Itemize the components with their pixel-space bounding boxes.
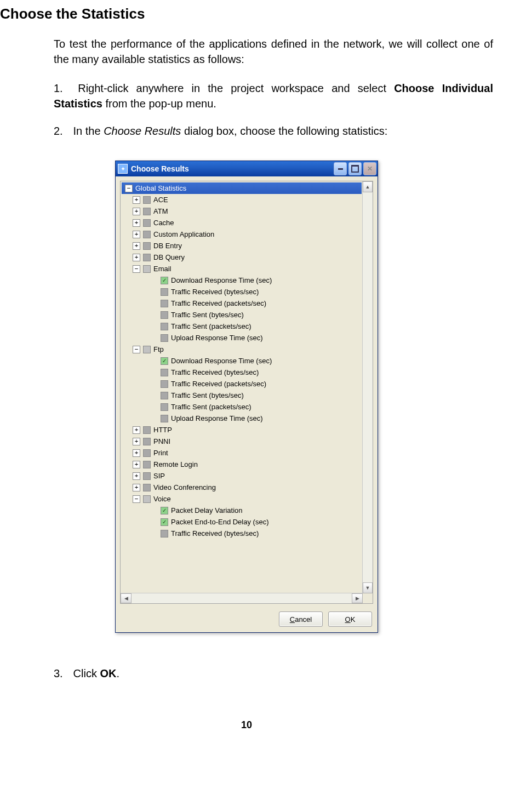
expand-icon[interactable]: +: [133, 484, 140, 491]
tree-view: − Global Statistics +ACE+ATM+Cache+Custo…: [120, 181, 373, 604]
tree-node[interactable]: ✓Download Response Time (sec): [148, 275, 362, 286]
checkbox-icon[interactable]: [143, 346, 151, 353]
cancel-button[interactable]: Cancel: [279, 611, 323, 627]
tree-node[interactable]: ✓Packet End-to-End Delay (sec): [148, 516, 362, 528]
checkbox-icon[interactable]: [143, 495, 151, 503]
tree-node[interactable]: +Print: [130, 447, 362, 459]
checkbox-icon[interactable]: [143, 242, 151, 250]
expand-icon[interactable]: −: [125, 185, 133, 192]
tree-node[interactable]: Traffic Sent (bytes/sec): [148, 390, 362, 401]
scroll-up-icon[interactable]: ▲: [363, 181, 373, 192]
scroll-down-icon[interactable]: ▼: [363, 582, 373, 593]
tree-node[interactable]: Traffic Received (packets/sec): [148, 378, 362, 390]
tree-node-label: Packet End-to-End Delay (sec): [171, 518, 268, 526]
expand-icon[interactable]: +: [133, 461, 140, 468]
expand-icon[interactable]: +: [133, 242, 140, 250]
tree-node[interactable]: +SIP: [130, 470, 362, 482]
tree-inner: − Global Statistics +ACE+ATM+Cache+Custo…: [121, 181, 363, 593]
expand-icon[interactable]: +: [133, 231, 140, 238]
tree-node[interactable]: Traffic Received (bytes/sec): [148, 286, 362, 298]
tree-node[interactable]: +ATM: [130, 205, 362, 217]
collapse-icon[interactable]: −: [133, 265, 140, 273]
titlebar[interactable]: ✦ Choose Results ✕: [116, 161, 378, 176]
tree-node[interactable]: +Cache: [130, 217, 362, 228]
ok-button[interactable]: OK: [328, 611, 372, 627]
expand-icon[interactable]: +: [133, 219, 140, 227]
tree-node[interactable]: Traffic Received (bytes/sec): [148, 528, 362, 539]
checkbox-icon[interactable]: [143, 208, 151, 215]
checkbox-icon[interactable]: [161, 323, 168, 330]
tree-node[interactable]: +ACE: [130, 194, 362, 205]
tree-node-label: Download Response Time (sec): [171, 276, 272, 284]
checkbox-icon[interactable]: [143, 231, 151, 238]
scroll-corner: [363, 593, 373, 603]
expand-icon[interactable]: +: [133, 254, 140, 261]
tree-node[interactable]: Traffic Received (packets/sec): [148, 298, 362, 309]
tree-node-label: Traffic Received (bytes/sec): [171, 368, 259, 376]
checkbox-icon[interactable]: [143, 472, 151, 480]
tree-node[interactable]: −Voice: [130, 493, 362, 505]
checkbox-icon[interactable]: [143, 426, 151, 434]
tree-root[interactable]: − Global Statistics: [122, 182, 362, 194]
checkbox-icon[interactable]: [143, 484, 151, 491]
tree-node[interactable]: +DB Query: [130, 251, 362, 263]
expand-icon[interactable]: +: [133, 426, 140, 434]
expand-icon[interactable]: +: [133, 208, 140, 215]
checkbox-icon[interactable]: ✓: [161, 357, 168, 365]
maximize-button[interactable]: [348, 162, 362, 175]
tree-node[interactable]: +DB Entry: [130, 240, 362, 251]
minimize-button[interactable]: [334, 162, 347, 175]
checkbox-icon[interactable]: [161, 415, 168, 422]
tree-node[interactable]: ✓Download Response Time (sec): [148, 355, 362, 367]
checkbox-icon[interactable]: [161, 369, 168, 376]
tree-node[interactable]: −Email: [130, 263, 362, 275]
checkbox-icon[interactable]: [143, 461, 151, 468]
scroll-right-icon[interactable]: ▶: [352, 593, 363, 603]
checkbox-icon[interactable]: [143, 196, 151, 204]
expand-icon[interactable]: +: [133, 438, 140, 445]
expand-icon[interactable]: +: [133, 472, 140, 480]
checkbox-icon[interactable]: [161, 392, 168, 399]
step-num: 2.: [54, 123, 70, 139]
collapse-icon[interactable]: −: [133, 495, 140, 503]
checkbox-icon[interactable]: [143, 219, 151, 227]
tree-node[interactable]: +Video Conferencing: [130, 482, 362, 493]
step-2: 2. In the Choose Results dialog box, cho…: [54, 123, 493, 139]
tree-node[interactable]: +HTTP: [130, 424, 362, 436]
checkbox-icon[interactable]: [161, 334, 168, 342]
expand-icon[interactable]: +: [133, 449, 140, 457]
expand-icon[interactable]: +: [133, 196, 140, 204]
checkbox-icon[interactable]: [161, 288, 168, 296]
checkbox-icon[interactable]: [161, 380, 168, 388]
checkbox-icon[interactable]: [143, 438, 151, 445]
tree-node[interactable]: ✓Packet Delay Variation: [148, 505, 362, 516]
scroll-track[interactable]: [132, 593, 352, 603]
close-button[interactable]: ✕: [363, 162, 376, 175]
tree-node[interactable]: +Custom Application: [130, 228, 362, 240]
tree-node[interactable]: −Ftp: [130, 344, 362, 355]
tree-node[interactable]: Traffic Received (bytes/sec): [148, 367, 362, 378]
tree-node[interactable]: Upload Response Time (sec): [148, 413, 362, 424]
tree-node[interactable]: +PNNI: [130, 436, 362, 447]
vertical-scrollbar[interactable]: ▲ ▼: [362, 181, 373, 593]
checkbox-icon[interactable]: ✓: [161, 507, 168, 514]
checkbox-icon[interactable]: [143, 254, 151, 261]
checkbox-icon[interactable]: ✓: [161, 277, 168, 284]
checkbox-icon[interactable]: [161, 530, 168, 537]
collapse-icon[interactable]: −: [133, 346, 140, 353]
checkbox-icon[interactable]: ✓: [161, 518, 168, 526]
scroll-track[interactable]: [363, 192, 373, 582]
checkbox-icon[interactable]: [161, 300, 168, 307]
scroll-left-icon[interactable]: ◀: [121, 593, 132, 603]
step-2-italic: Choose Results: [104, 125, 181, 137]
tree-node[interactable]: Traffic Sent (packets/sec): [148, 321, 362, 332]
checkbox-icon[interactable]: [161, 311, 168, 319]
tree-node[interactable]: +Remote Login: [130, 459, 362, 470]
checkbox-icon[interactable]: [143, 449, 151, 457]
horizontal-scrollbar[interactable]: ◀ ▶: [121, 593, 363, 603]
checkbox-icon[interactable]: [161, 403, 168, 411]
tree-node[interactable]: Upload Response Time (sec): [148, 332, 362, 344]
tree-node[interactable]: Traffic Sent (bytes/sec): [148, 309, 362, 321]
tree-node[interactable]: Traffic Sent (packets/sec): [148, 401, 362, 413]
checkbox-icon[interactable]: [143, 265, 151, 273]
